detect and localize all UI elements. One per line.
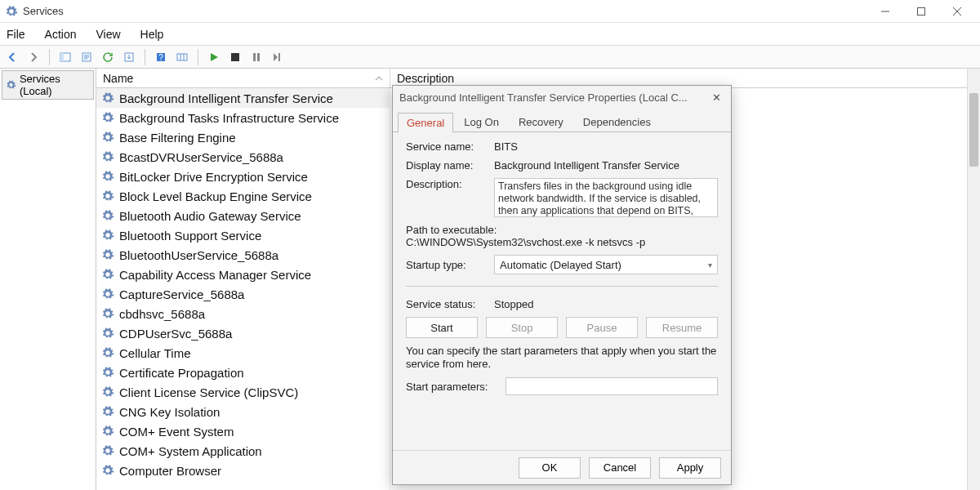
menu-view[interactable]: View [96, 28, 120, 41]
service-name-label: CaptureService_5688a [119, 287, 244, 301]
service-row[interactable]: COM+ System Application [96, 441, 390, 461]
help-icon[interactable]: ? [152, 48, 170, 66]
start-button[interactable]: Start [406, 317, 478, 338]
label-description: Description: [406, 178, 484, 190]
service-name-label: Client License Service (ClipSVC) [119, 385, 298, 399]
service-row[interactable]: Client License Service (ClipSVC) [96, 382, 390, 402]
window-title: Services [23, 5, 64, 17]
startup-type-value: Automatic (Delayed Start) [500, 259, 621, 271]
service-name-label: CNG Key Isolation [119, 405, 220, 419]
dialog-close-icon[interactable]: ✕ [708, 91, 724, 104]
resume-button[interactable]: Resume [646, 317, 718, 338]
service-row[interactable]: Bluetooth Support Service [96, 225, 390, 245]
service-name-label: Block Level Backup Engine Service [119, 189, 312, 203]
service-row[interactable]: BcastDVRUserService_5688a [96, 147, 390, 167]
column-header-name[interactable]: Name [96, 69, 390, 87]
pause-service-icon[interactable] [247, 48, 265, 66]
service-row[interactable]: Cellular Time [96, 343, 390, 363]
tab-general[interactable]: General [398, 113, 453, 132]
stop-button[interactable]: Stop [486, 317, 558, 338]
back-icon[interactable] [3, 48, 21, 66]
dialog-title: Background Intelligent Transfer Service … [399, 91, 708, 104]
toolbar: ? [0, 46, 980, 69]
service-name-label: Capability Access Manager Service [119, 268, 311, 282]
sort-asc-icon [375, 74, 383, 82]
divider [406, 286, 718, 287]
service-name-label: COM+ System Application [119, 444, 262, 458]
pause-button[interactable]: Pause [566, 317, 638, 338]
tab-log-on[interactable]: Log On [455, 112, 508, 131]
export-list-icon[interactable] [120, 48, 138, 66]
minimize-button[interactable] [867, 0, 903, 23]
description-textbox[interactable]: Transfers files in the background using … [494, 178, 718, 217]
refresh-icon[interactable] [99, 48, 117, 66]
service-row[interactable]: CaptureService_5688a [96, 284, 390, 304]
service-row[interactable]: cbdhsvc_5688a [96, 304, 390, 323]
tree-node-label: Services (Local) [20, 73, 90, 97]
svg-rect-2 [60, 53, 64, 61]
service-row[interactable]: CNG Key Isolation [96, 402, 390, 421]
tab-recovery[interactable]: Recovery [510, 112, 572, 131]
value-service-status: Stopped [494, 298, 718, 310]
dialog-titlebar[interactable]: Background Intelligent Transfer Service … [393, 86, 731, 109]
menu-file[interactable]: File [7, 28, 25, 41]
startup-type-select[interactable]: Automatic (Delayed Start) ▾ [494, 255, 718, 274]
service-properties-dialog: Background Intelligent Transfer Service … [392, 85, 732, 485]
stop-service-icon[interactable] [226, 48, 244, 66]
scrollbar-thumb[interactable] [969, 93, 978, 167]
start-params-hint: You can specify the start parameters tha… [406, 345, 718, 371]
toolbar-separator [198, 49, 198, 65]
service-name-label: COM+ Event System [119, 425, 234, 439]
ok-button[interactable]: OK [519, 457, 581, 479]
service-name-label: Computer Browser [119, 464, 221, 478]
console-tree-pane: Services (Local) [0, 69, 96, 490]
svg-text:?: ? [158, 53, 163, 62]
service-row[interactable]: BitLocker Drive Encryption Service [96, 167, 390, 186]
tab-dependencies[interactable]: Dependencies [574, 112, 660, 131]
svg-rect-11 [278, 53, 280, 61]
apply-button[interactable]: Apply [659, 457, 721, 479]
columns-icon[interactable] [173, 48, 191, 66]
service-row[interactable]: Background Tasks Infrastructure Service [96, 108, 390, 127]
dialog-tabs: General Log On Recovery Dependencies [393, 109, 731, 131]
menu-action[interactable]: Action [45, 28, 77, 41]
service-row[interactable]: Capability Access Manager Service [96, 265, 390, 284]
show-hide-tree-icon[interactable] [56, 48, 74, 66]
maximize-button[interactable] [903, 0, 939, 23]
service-row[interactable]: Block Level Backup Engine Service [96, 186, 390, 206]
forward-icon[interactable] [24, 48, 42, 66]
service-name-label: Certificate Propagation [119, 366, 244, 380]
chevron-down-icon: ▾ [708, 261, 712, 270]
service-row[interactable]: Computer Browser [96, 461, 390, 480]
restart-service-icon[interactable] [269, 48, 287, 66]
service-name-label: Background Intelligent Transfer Service [119, 91, 333, 105]
service-row[interactable]: Bluetooth Audio Gateway Service [96, 206, 390, 225]
service-name-label: BluetoothUserService_5688a [119, 248, 278, 262]
services-list[interactable]: Background Intelligent Transfer ServiceB… [96, 88, 390, 490]
service-row[interactable]: Certificate Propagation [96, 363, 390, 382]
label-service-name: Service name: [406, 140, 484, 153]
toolbar-separator [49, 49, 50, 65]
toolbar-separator [145, 49, 145, 65]
service-row[interactable]: Base Filtering Engine [96, 127, 390, 147]
value-path: C:\WINDOWS\System32\svchost.exe -k netsv… [406, 236, 718, 248]
svg-rect-8 [231, 53, 239, 61]
start-service-icon[interactable] [205, 48, 223, 66]
service-row[interactable]: CDPUserSvc_5688a [96, 323, 390, 343]
service-row[interactable]: BluetoothUserService_5688a [96, 245, 390, 265]
start-parameters-input[interactable] [506, 377, 718, 395]
menu-bar: File Action View Help [0, 23, 980, 46]
tree-node-services-local[interactable]: Services (Local) [2, 70, 94, 100]
service-name-label: Cellular Time [119, 346, 191, 360]
window-titlebar: Services [0, 0, 980, 23]
properties-icon[interactable] [78, 48, 96, 66]
cancel-button[interactable]: Cancel [589, 457, 651, 479]
menu-help[interactable]: Help [140, 28, 164, 41]
services-app-icon [5, 5, 18, 18]
service-row[interactable]: Background Intelligent Transfer Service [96, 88, 390, 108]
close-button[interactable] [939, 0, 975, 23]
service-row[interactable]: COM+ Event System [96, 421, 390, 441]
service-name-label: Base Filtering Engine [119, 131, 236, 145]
label-path: Path to executable: [406, 224, 718, 236]
vertical-scrollbar[interactable] [967, 69, 980, 490]
